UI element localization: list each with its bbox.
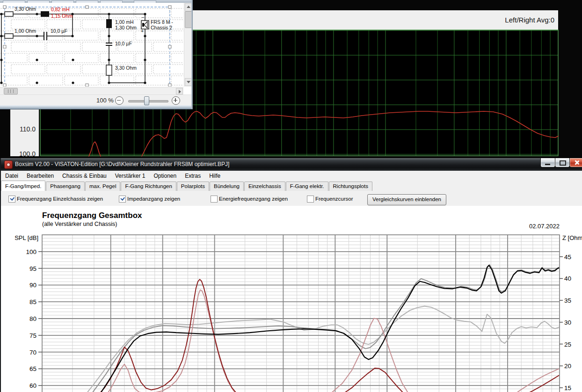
- frequency-response-chart: 100959085807570656045403530252015SPL [dB…: [1, 206, 582, 392]
- zoom-slider-thumb[interactable]: [144, 96, 149, 105]
- window-right-border: [191, 0, 193, 109]
- maximize-icon: [560, 160, 566, 166]
- spl-tick-label: 70: [29, 349, 36, 356]
- component-label: 0,82 mH: [51, 7, 70, 12]
- component-label: 3,30 Ohm: [15, 6, 36, 12]
- scrollbar-thumb[interactable]: [4, 88, 18, 94]
- spl-tick-label: 65: [29, 365, 36, 372]
- spl-tick-label: 75: [29, 332, 36, 339]
- schematic-vertical-scrollbar[interactable]: [184, 3, 192, 87]
- analyzer-y-label: 100.0: [10, 150, 36, 158]
- maximize-button[interactable]: [555, 158, 570, 167]
- chart-panel: Frequenzgang Gesamtbox (alle Verstärker …: [1, 206, 582, 392]
- titlebar[interactable]: Boxsim V2.00 - VISATON-Edition [G:\Dvdl\…: [1, 158, 582, 171]
- menu-item-verst-rker-1[interactable]: Verstärker 1: [111, 171, 150, 181]
- component-label: −: [141, 15, 144, 20]
- component-label: 1,00 Ohm: [15, 28, 36, 34]
- component-label: 10,0 µF: [115, 41, 132, 46]
- checkbox-0[interactable]: [8, 196, 15, 203]
- spl-tick-label: 95: [29, 265, 36, 272]
- speaker-dot-icon: [7, 163, 10, 167]
- app-icon: [4, 160, 13, 169]
- z-tick-label: 30: [564, 319, 571, 326]
- controls-row: Frequenzgang Einzelchassis zeigenImpedan…: [1, 191, 582, 206]
- spl-tick-label: 100: [26, 248, 36, 255]
- zoom-level-value: 100 %: [96, 97, 114, 104]
- right-axis-title: Z [Ohm]: [562, 234, 582, 241]
- scroll-right-button[interactable]: [176, 88, 183, 94]
- z-tick-label: 20: [564, 363, 571, 370]
- tab-f-gang-imped-[interactable]: F-Gang/Imped.: [1, 181, 45, 191]
- z-tick-label: 45: [564, 254, 571, 261]
- arrow-up-icon: [187, 6, 190, 8]
- checkbox-label: Energiefrequenzgang zeigen: [219, 196, 288, 202]
- checkbox-2[interactable]: [211, 196, 218, 203]
- arrow-right-icon: [179, 90, 181, 94]
- screen: Left/Right Avg:0 110.0100.0 3,30 Ohm0,82…: [0, 0, 582, 392]
- schematic-horizontal-scrollbar[interactable]: [0, 87, 183, 94]
- grip-icon: [8, 89, 14, 93]
- checkbox-label: Frequenzgang Einzelchassis zeigen: [17, 196, 103, 202]
- checkbox-3[interactable]: [307, 196, 314, 203]
- left-axis-title: SPL [dB]: [15, 234, 38, 241]
- menu-item-datei[interactable]: Datei: [1, 171, 22, 181]
- tab-richtungsplots[interactable]: Richtungsplots: [329, 181, 372, 191]
- menu-item-hilfe[interactable]: Hilfe: [205, 171, 225, 181]
- component-label: 1,15 Ohm: [51, 13, 73, 19]
- tab-f-gang-elektr-[interactable]: F-Gang elektr.: [286, 181, 328, 191]
- component-label: FRS 8 M -: [151, 19, 173, 25]
- component-label: 10,0 µF: [51, 28, 67, 34]
- tab-einzelchassis[interactable]: Einzelchassis: [244, 181, 285, 191]
- tab-strip: F-Gang/Imped.Phasengangmax. PegelF-Gang …: [1, 181, 582, 191]
- tab-f-gang-richtungen[interactable]: F-Gang Richtungen: [121, 181, 176, 191]
- spl-tick-label: 80: [29, 315, 36, 322]
- z-tick-label: 40: [564, 275, 571, 282]
- compare-curves-button[interactable]: Vergleichskurven einblenden: [367, 194, 446, 205]
- component-label: Chassis 2: [151, 25, 172, 30]
- spl-tick-label: 60: [29, 382, 36, 389]
- minimize-icon: [545, 164, 550, 165]
- tab-max-pegel[interactable]: max. Pegel: [85, 181, 121, 191]
- z-tick-label: 35: [564, 297, 571, 304]
- window-title: Boxsim V2.00 - VISATON-Edition [G:\Dvdl\…: [15, 161, 229, 167]
- zoom-out-button[interactable]: [115, 96, 124, 105]
- schematic-canvas[interactable]: 3,30 Ohm0,82 mH1,15 Ohm1,00 Ohm10,0 µF1,…: [0, 3, 183, 87]
- z-tick-label: 25: [564, 341, 571, 348]
- component-label: 1,30 Ohm: [115, 25, 137, 30]
- tab-phasengang[interactable]: Phasengang: [46, 181, 85, 191]
- curve-spl-chassis-2: [86, 306, 560, 392]
- arrow-down-icon: [187, 81, 190, 83]
- plus-icon: [175, 98, 176, 102]
- menu-item-optionen[interactable]: Optionen: [149, 171, 181, 181]
- z-tick-label: 15: [564, 385, 571, 392]
- component-label: +: [141, 28, 144, 34]
- curve-spl-chassis-1: [90, 265, 560, 392]
- tab-b-ndelung[interactable]: Bündelung: [210, 181, 244, 191]
- schematic-zoom-bar: 100 %: [0, 94, 193, 106]
- tab-polarplots[interactable]: Polarplots: [177, 181, 209, 191]
- minus-icon: [117, 100, 121, 101]
- checkbox-label: Frequenzcursor: [315, 196, 353, 202]
- component-label: 1,00 mH: [115, 19, 134, 25]
- menu-item-extras[interactable]: Extras: [181, 171, 205, 181]
- schematic-window: 3,30 Ohm0,82 mH1,15 Ohm1,00 Ohm10,0 µF1,…: [0, 0, 193, 109]
- boxsim-window: Boxsim V2.00 - VISATON-Edition [G:\Dvdl\…: [0, 158, 582, 392]
- spl-tick-label: 85: [29, 298, 36, 305]
- checkbox-1[interactable]: [119, 196, 126, 203]
- spl-tick-label: 90: [29, 282, 36, 289]
- close-button[interactable]: [569, 158, 582, 167]
- component-label: 3,30 Ohm: [115, 65, 137, 71]
- menu-item-chassis-einbau[interactable]: Chassis & Einbau: [58, 171, 111, 181]
- window-bottom-border: [0, 105, 193, 109]
- zoom-in-button[interactable]: [172, 96, 180, 105]
- minimize-button[interactable]: [540, 158, 555, 167]
- analyzer-y-label: 110.0: [10, 125, 36, 133]
- menu-item-bearbeiten[interactable]: Bearbeiten: [22, 171, 58, 181]
- menubar: DateiBearbeitenChassis & EinbauVerstärke…: [1, 171, 582, 181]
- checkbox-label: Impedanzgang zeigen: [127, 196, 180, 202]
